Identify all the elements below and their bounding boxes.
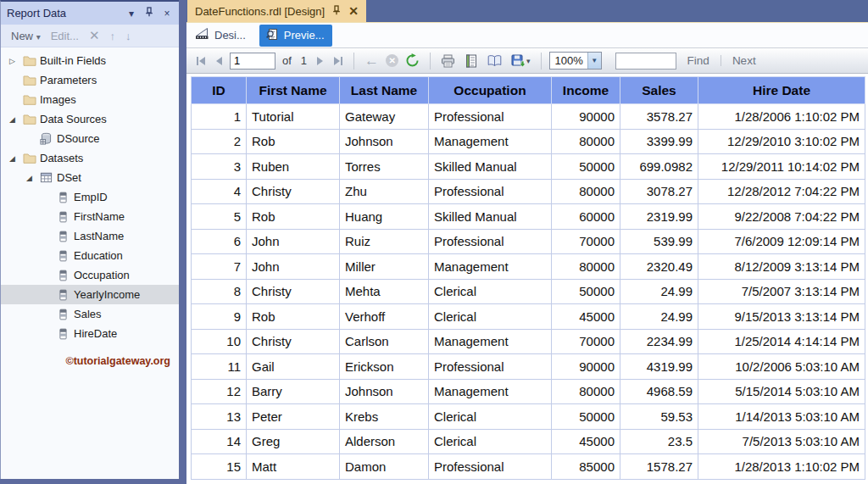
table-row: 5RobHuangSkilled Manual600002319.999/22/… [192, 204, 865, 230]
first-page-button[interactable] [193, 55, 209, 67]
page-number-input[interactable] [230, 53, 275, 70]
tab-pin-icon[interactable] [332, 5, 341, 18]
column-header-first-name: First Name [247, 77, 340, 104]
cell: 539.99 [620, 229, 698, 254]
zoom-dropdown-icon[interactable]: ▼ [587, 53, 601, 69]
tree-item-datasets[interactable]: ◢Datasets [1, 148, 179, 168]
export-dropdown-icon[interactable]: ▾ [526, 57, 531, 65]
close-icon[interactable]: × [161, 8, 173, 19]
tree-item-dsource[interactable]: DSource [1, 129, 179, 148]
cell: 6 [192, 229, 247, 254]
field-icon [56, 192, 70, 203]
refresh-button[interactable] [403, 52, 422, 70]
cell: 45000 [552, 304, 620, 330]
panel-title-bar: Report Data ▾ × [1, 2, 179, 25]
cell: 80000 [552, 379, 620, 404]
zoom-select[interactable]: 100% ▼ [549, 52, 602, 70]
field-icon [56, 211, 70, 223]
cell: 12/29/2011 10:14:02 PM [698, 154, 865, 180]
cell: 12/28/2012 7:04:22 PM [698, 179, 865, 204]
cell: Zhu [340, 179, 429, 204]
field-icon [56, 231, 70, 242]
cell: Clerical [429, 304, 552, 330]
preview-magnifier-icon [265, 27, 279, 43]
of-label: of [280, 54, 294, 67]
next-button[interactable]: Next [726, 54, 763, 67]
tree-item-label: Datasets [40, 152, 83, 164]
cell: 85000 [552, 454, 620, 480]
back-button[interactable]: ← [362, 53, 381, 70]
cell: 9 [192, 304, 247, 330]
cell: 60000 [552, 204, 620, 230]
tree-item-occupation[interactable]: Occupation [1, 265, 179, 285]
cell: 2 [192, 129, 247, 154]
cell: 2319.99 [620, 204, 698, 230]
cell: 90000 [552, 104, 620, 130]
tree-item-data-sources[interactable]: ◢Data Sources [1, 109, 179, 129]
tree-item-sales[interactable]: Sales [1, 304, 179, 324]
collapse-icon[interactable]: ◢ [23, 174, 36, 182]
cell: John [247, 229, 340, 254]
collapse-icon[interactable]: ◢ [6, 154, 19, 163]
cell: 8 [192, 279, 247, 304]
document-tab[interactable]: DateFunctions.rdl [Design] ✕ [187, 0, 366, 22]
table-row: 13PeterKrebsClerical5000059.531/14/2013 … [192, 404, 865, 430]
tree-item-dset[interactable]: ◢DSet [1, 168, 179, 187]
tree-item-lastname[interactable]: LastName [1, 226, 179, 246]
tab-design-label: Desi... [214, 29, 246, 42]
tree-item-education[interactable]: Education [1, 246, 179, 265]
collapse-icon[interactable]: ◢ [6, 115, 19, 124]
folder-icon [22, 153, 36, 164]
panel-toolbar: New ▾ Edit... ✕ ↑ ↓ [1, 25, 179, 47]
next-page-button[interactable] [314, 55, 326, 67]
page-setup-button[interactable] [485, 53, 504, 70]
tree-item-firstname[interactable]: FirstName [1, 207, 179, 226]
panel-splitter[interactable] [180, 0, 186, 484]
cell: Barry [247, 379, 340, 404]
print-button[interactable] [438, 53, 458, 70]
cell: Skilled Manual [429, 154, 552, 180]
tab-close-icon[interactable]: ✕ [348, 4, 359, 18]
cell: Professional [429, 454, 552, 480]
cell: Management [429, 129, 552, 154]
find-button[interactable]: Find [681, 54, 716, 67]
cell: Gateway [340, 104, 429, 130]
export-button[interactable]: ▾ [509, 53, 533, 70]
move-up-button[interactable]: ↑ [107, 30, 120, 42]
column-header-id: ID [192, 77, 247, 104]
table-row: 3RubenTorresSkilled Manual50000699.09821… [192, 154, 865, 180]
tab-design[interactable]: Desi... [189, 25, 253, 46]
tab-preview[interactable]: Previe... [259, 25, 332, 47]
expand-icon[interactable]: ▷ [6, 57, 19, 65]
cell: 7/5/2013 5:03:10 AM [698, 429, 865, 454]
edit-button[interactable]: Edit... [47, 28, 82, 44]
tree-item-parameters[interactable]: Parameters [1, 70, 179, 90]
cell: Torres [340, 154, 429, 180]
previous-page-button[interactable] [213, 55, 225, 67]
cell: 9/22/2008 7:04:22 PM [698, 204, 865, 230]
print-layout-button[interactable] [462, 53, 481, 70]
tree-item-hiredate[interactable]: HireDate [1, 324, 179, 343]
last-page-button[interactable] [331, 55, 346, 67]
table-row: 12BarryJohnsonManagement800004968.595/15… [192, 379, 865, 404]
tree-item-built-in-fields[interactable]: ▷Built-in Fields [1, 51, 179, 70]
report-preview-surface: IDFirst NameLast NameOccupationIncomeSal… [186, 76, 868, 484]
move-down-button[interactable]: ↓ [122, 30, 135, 42]
stop-button[interactable]: ✕ [386, 54, 398, 67]
delete-button[interactable]: ✕ [86, 26, 103, 45]
tree-item-empid[interactable]: EmpID [1, 187, 179, 207]
cell: 10 [192, 329, 247, 354]
chevron-down-icon[interactable]: ▾ [125, 8, 137, 19]
cell: 10/2/2006 5:03:10 AM [698, 354, 865, 380]
cell: Ruiz [340, 229, 429, 254]
pin-icon[interactable] [143, 7, 155, 19]
tree-item-label: Occupation [74, 269, 130, 281]
cell: Ruben [247, 154, 340, 180]
find-input[interactable] [615, 53, 676, 70]
tree-item-images[interactable]: Images [1, 90, 179, 109]
column-header-occupation: Occupation [429, 77, 552, 104]
new-button[interactable]: New ▾ [8, 28, 44, 44]
tree-item-label: YearlyIncome [74, 288, 140, 301]
new-dropdown-icon[interactable]: ▾ [36, 32, 41, 42]
tree-item-yearlyincome[interactable]: YearlyIncome [1, 285, 179, 304]
